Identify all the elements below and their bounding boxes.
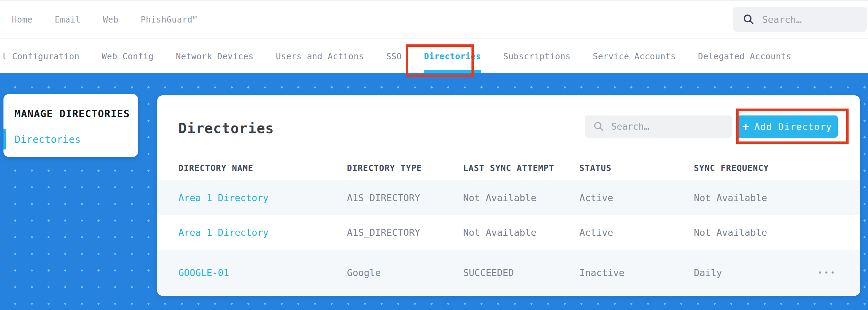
cell-status: Inactive xyxy=(579,267,694,278)
tab-service-accounts[interactable]: Service Accounts xyxy=(593,40,676,73)
col-directory-name: DIRECTORY NAME xyxy=(178,163,347,173)
nav-item-web[interactable]: Web xyxy=(103,15,119,25)
add-directory-button[interactable]: + Add Directory xyxy=(737,115,838,138)
active-item-indicator xyxy=(3,129,6,149)
page-title: Directories xyxy=(178,120,274,136)
tab-directories-label: Directories xyxy=(424,52,481,61)
card-heading: MANAGE DIRECTORIES xyxy=(15,108,138,120)
table-header-row: DIRECTORY NAME DIRECTORY TYPE LAST SYNC … xyxy=(157,156,860,180)
global-search[interactable] xyxy=(733,7,867,32)
tab-directories[interactable]: Directories xyxy=(424,40,481,73)
directories-table: DIRECTORY NAME DIRECTORY TYPE LAST SYNC … xyxy=(157,156,860,296)
cell-status: Active xyxy=(579,227,694,238)
tab-delegated-accounts[interactable]: Delegated Accounts xyxy=(698,40,791,73)
cell-last-sync: SUCCEEDED xyxy=(463,267,579,278)
add-directory-label: Add Directory xyxy=(754,121,832,132)
tab-sso[interactable]: SSO xyxy=(386,40,402,73)
directory-name-link[interactable]: GOOGLE-01 xyxy=(178,267,347,278)
nav-item-email[interactable]: Email xyxy=(55,15,81,25)
cell-last-sync: Not Available xyxy=(463,192,579,203)
directories-panel: Directories + Add Directory DIRECTORY NA… xyxy=(157,95,860,296)
col-last-sync-attempt: LAST SYNC ATTEMPT xyxy=(463,163,579,173)
sidebar-item-directories[interactable]: Directories xyxy=(3,129,138,149)
directory-name-link[interactable]: Area 1 Directory xyxy=(178,227,347,238)
global-search-input[interactable] xyxy=(762,14,867,25)
search-icon xyxy=(743,14,755,25)
app-screen: Home Email Web PhishGuard™ l Configurati… xyxy=(0,0,868,310)
tab-users-and-actions[interactable]: Users and Actions xyxy=(276,40,364,73)
row-actions-menu-icon[interactable]: ••• xyxy=(818,268,860,277)
col-directory-type: DIRECTORY TYPE xyxy=(347,163,463,173)
tab-subscriptions[interactable]: Subscriptions xyxy=(503,40,570,73)
cell-directory-type: A1S_DIRECTORY xyxy=(347,192,463,203)
cell-directory-type: Google xyxy=(347,267,463,278)
search-icon xyxy=(593,121,604,132)
nav-item-home[interactable]: Home xyxy=(12,15,33,25)
tab-nav: l Configuration Web Config Network Devic… xyxy=(0,40,868,73)
cell-sync-frequency: Daily xyxy=(694,267,818,278)
top-nav: Home Email Web PhishGuard™ xyxy=(0,0,868,39)
nav-item-phishguard[interactable]: PhishGuard™ xyxy=(141,15,197,25)
cell-last-sync: Not Available xyxy=(463,227,579,238)
cell-sync-frequency: Not Available xyxy=(694,227,818,238)
table-row: Area 1 Directory A1S_DIRECTORY Not Avail… xyxy=(157,180,860,215)
top-nav-items: Home Email Web PhishGuard™ xyxy=(0,15,198,25)
table-row: GOOGLE-01 Google SUCCEEDED Inactive Dail… xyxy=(157,250,860,296)
plus-icon: + xyxy=(742,121,749,132)
content-canvas: MANAGE DIRECTORIES Directories Directori… xyxy=(0,73,868,310)
cell-status: Active xyxy=(579,192,694,203)
col-sync-frequency: SYNC FREQUENCY xyxy=(694,163,818,173)
cell-directory-type: A1S_DIRECTORY xyxy=(347,227,463,238)
table-row: Area 1 Directory A1S_DIRECTORY Not Avail… xyxy=(157,215,860,250)
tab-web-config[interactable]: Web Config xyxy=(102,40,154,73)
directories-search-input[interactable] xyxy=(611,121,732,132)
directories-search[interactable] xyxy=(585,115,732,138)
tab-email-configuration[interactable]: l Configuration xyxy=(2,40,79,73)
col-status: STATUS xyxy=(579,163,694,173)
cell-sync-frequency: Not Available xyxy=(694,192,818,203)
directory-name-link[interactable]: Area 1 Directory xyxy=(178,192,347,203)
tab-network-devices[interactable]: Network Devices xyxy=(176,40,254,73)
manage-directories-card: MANAGE DIRECTORIES Directories xyxy=(3,94,138,157)
active-tab-underline xyxy=(424,70,481,73)
sidebar-item-label: Directories xyxy=(15,134,81,145)
